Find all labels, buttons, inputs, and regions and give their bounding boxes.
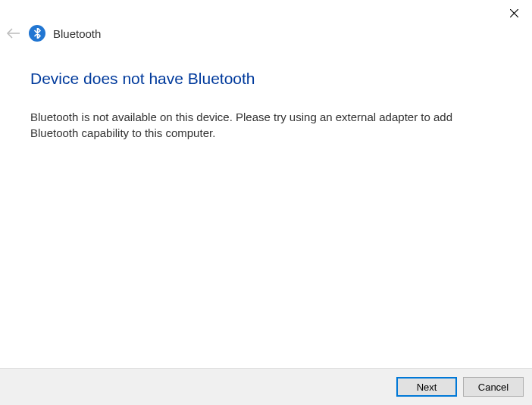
header: Bluetooth — [0, 0, 532, 42]
close-button[interactable] — [506, 5, 521, 20]
header-title: Bluetooth — [53, 27, 101, 40]
content-area: Device does not have Bluetooth Bluetooth… — [0, 42, 532, 141]
footer: Next Cancel — [0, 368, 532, 405]
body-text: Bluetooth is not available on this devic… — [30, 109, 502, 141]
back-arrow-icon — [6, 28, 21, 39]
close-icon — [510, 9, 518, 17]
cancel-button[interactable]: Cancel — [463, 377, 524, 397]
next-button[interactable]: Next — [396, 377, 457, 397]
bluetooth-icon — [29, 25, 45, 42]
titlebar — [506, 0, 532, 23]
page-heading: Device does not have Bluetooth — [30, 70, 502, 88]
back-button[interactable] — [5, 24, 23, 42]
